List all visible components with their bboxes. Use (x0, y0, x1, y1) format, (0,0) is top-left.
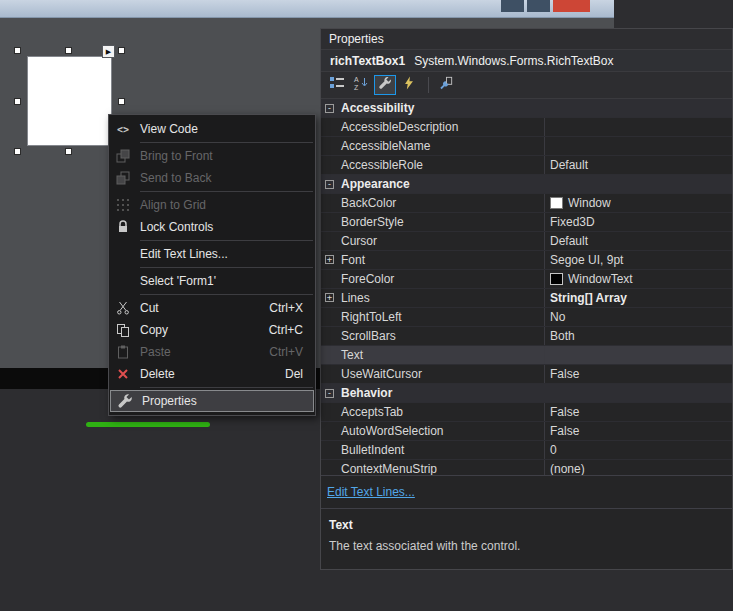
property-value[interactable]: WindowText (545, 270, 732, 288)
property-name: Text (321, 346, 545, 364)
menu-item-copy[interactable]: Copy Ctrl+C (109, 319, 315, 341)
menu-item-view-code[interactable]: <> View Code (109, 118, 315, 140)
property-value[interactable]: Fixed3D (545, 213, 732, 231)
resize-handle-top-middle[interactable] (65, 47, 72, 54)
property-name: RightToLeft (321, 308, 545, 326)
property-value[interactable] (545, 118, 732, 136)
collapse-icon[interactable]: - (325, 180, 334, 189)
property-value[interactable]: Default (545, 156, 732, 174)
edit-text-lines-link[interactable]: Edit Text Lines... (327, 485, 415, 499)
property-name: ForeColor (321, 270, 545, 288)
property-value[interactable]: Window (545, 194, 732, 212)
property-value[interactable]: String[] Array (545, 289, 732, 307)
collapse-icon[interactable]: - (325, 104, 334, 113)
menu-item-select-form1[interactable]: Select 'Form1' (109, 270, 315, 292)
property-row-contextmenustrip[interactable]: ContextMenuStrip (none) (321, 460, 732, 475)
menu-item-properties[interactable]: Properties (110, 390, 314, 412)
properties-toolbar: AZ (321, 72, 732, 99)
collapse-icon[interactable]: - (325, 389, 334, 398)
resize-handle-bottom-left[interactable] (14, 148, 21, 155)
menu-item-delete[interactable]: Delete Del (109, 363, 315, 385)
bring-to-front-icon (115, 148, 131, 164)
maximize-button[interactable] (527, 0, 550, 12)
description-pane: Text The text associated with the contro… (321, 508, 732, 569)
property-pages-icon (439, 76, 453, 94)
cut-icon (115, 300, 131, 316)
menu-separator (140, 267, 313, 268)
property-name: ScrollBars (321, 327, 545, 345)
property-value[interactable]: Default (545, 232, 732, 250)
alphabetical-sort-icon: AZ (353, 75, 369, 95)
resize-handle-bottom-middle[interactable] (65, 148, 72, 155)
events-button[interactable] (398, 75, 420, 95)
close-button[interactable] (553, 0, 590, 12)
menu-item-align-to-grid[interactable]: Align to Grid (109, 194, 315, 216)
property-value[interactable]: Both (545, 327, 732, 345)
property-row-forecolor[interactable]: ForeColor WindowText (321, 270, 732, 289)
properties-view-button[interactable] (374, 75, 396, 95)
property-value[interactable]: No (545, 308, 732, 326)
property-row-cursor[interactable]: Cursor Default (321, 232, 732, 251)
property-row-righttoleft[interactable]: RightToLeft No (321, 308, 732, 327)
property-value[interactable]: Segoe UI, 9pt (545, 251, 732, 269)
menu-item-label: Send to Back (140, 171, 315, 185)
menu-separator (140, 294, 313, 295)
property-value[interactable]: 0 (545, 441, 732, 459)
property-value[interactable]: False (545, 422, 732, 440)
property-value[interactable] (545, 346, 732, 364)
property-row-text[interactable]: Text (321, 346, 732, 365)
expand-icon[interactable]: + (325, 293, 334, 302)
property-row-acceptstab[interactable]: AcceptsTab False (321, 403, 732, 422)
menu-item-shortcut: Del (285, 367, 303, 381)
menu-item-edit-text-lines[interactable]: Edit Text Lines... (109, 243, 315, 265)
resize-handle-top-left[interactable] (14, 47, 21, 54)
property-row-accessiblerole[interactable]: AccessibleRole Default (321, 156, 732, 175)
property-row-scrollbars[interactable]: ScrollBars Both (321, 327, 732, 346)
category-row-accessibility[interactable]: - Accessibility (321, 99, 732, 118)
color-swatch (550, 197, 563, 209)
resize-handle-top-right[interactable] (118, 47, 125, 54)
menu-item-label: Cut (140, 301, 261, 315)
property-row-lines[interactable]: + Lines String[] Array (321, 289, 732, 308)
property-name: + Font (321, 251, 545, 269)
properties-wrench-icon (117, 393, 133, 409)
svg-text:A: A (354, 76, 359, 83)
property-row-autowordselection[interactable]: AutoWordSelection False (321, 422, 732, 441)
menu-item-paste[interactable]: Paste Ctrl+V (109, 341, 315, 363)
category-row-behavior[interactable]: - Behavior (321, 384, 732, 403)
property-pages-button[interactable] (435, 75, 457, 95)
menu-item-lock-controls[interactable]: Lock Controls (109, 216, 315, 238)
object-selector[interactable]: richTextBox1 System.Windows.Forms.RichTe… (321, 49, 732, 72)
richtextbox-control[interactable] (27, 56, 112, 146)
property-row-usewaitcursor[interactable]: UseWaitCursor False (321, 365, 732, 384)
menu-item-label: Properties (142, 394, 313, 408)
property-name: + Lines (321, 289, 545, 307)
menu-item-label: Align to Grid (140, 198, 315, 212)
property-row-backcolor[interactable]: BackColor Window (321, 194, 732, 213)
categorized-button[interactable] (326, 75, 348, 95)
svg-text:Z: Z (354, 84, 359, 91)
expand-icon[interactable]: + (325, 255, 334, 264)
property-row-font[interactable]: + Font Segoe UI, 9pt (321, 251, 732, 270)
copy-icon (115, 322, 131, 338)
description-text: The text associated with the control. (329, 539, 724, 553)
property-value[interactable]: False (545, 403, 732, 421)
menu-item-send-to-back[interactable]: Send to Back (109, 167, 315, 189)
category-row-appearance[interactable]: - Appearance (321, 175, 732, 194)
property-value[interactable]: (none) (545, 460, 732, 475)
alphabetical-button[interactable]: AZ (350, 75, 372, 95)
property-value[interactable]: False (545, 365, 732, 383)
color-swatch (550, 273, 563, 285)
property-row-bulletindent[interactable]: BulletIndent 0 (321, 441, 732, 460)
property-row-accessibledescription[interactable]: AccessibleDescription (321, 118, 732, 137)
property-value[interactable] (545, 137, 732, 155)
resize-handle-middle-left[interactable] (14, 98, 21, 105)
property-row-borderstyle[interactable]: BorderStyle Fixed3D (321, 213, 732, 232)
smart-tag-button[interactable]: ▶ (102, 45, 115, 58)
menu-item-cut[interactable]: Cut Ctrl+X (109, 297, 315, 319)
property-row-accessiblename[interactable]: AccessibleName (321, 137, 732, 156)
resize-handle-middle-right[interactable] (118, 98, 125, 105)
minimize-button[interactable] (501, 0, 524, 12)
menu-item-bring-to-front[interactable]: Bring to Front (109, 145, 315, 167)
menu-separator (140, 240, 313, 241)
